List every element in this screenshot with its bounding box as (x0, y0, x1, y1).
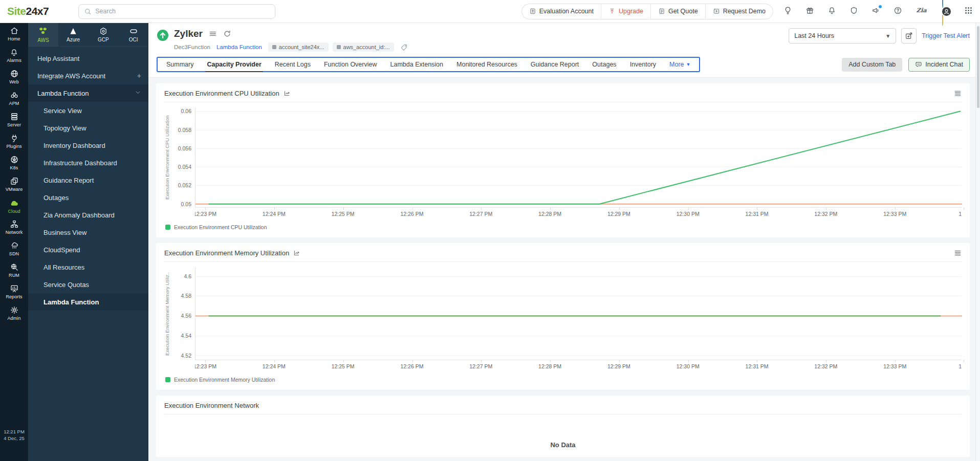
network-icon (10, 219, 19, 229)
sidebar-item-service-quotas[interactable]: Service Quotas (28, 276, 148, 293)
y-axis-ticks: 0.050.0520.0540.0560.0580.06 (172, 107, 195, 208)
memory-utilization-card: Execution Environment Memory Utilization… (156, 243, 970, 390)
tab-guidance-report[interactable]: Guidance Report (524, 58, 586, 71)
trigger-test-alert-link[interactable]: Trigger Test Alert (922, 32, 970, 39)
sidebar-item-all-resources[interactable]: All Resources (28, 258, 148, 276)
evaluation-account-button[interactable]: Evaluation Account (522, 4, 601, 19)
sidebar-item-business-view[interactable]: Business View (28, 224, 148, 241)
help-icon[interactable] (894, 6, 902, 17)
x-tick-label: 12:24 PM (263, 363, 286, 369)
chart-plot-area[interactable] (195, 267, 962, 360)
search-input[interactable] (95, 8, 270, 15)
chart-legend[interactable]: Execution Environment Memory Utilization (165, 377, 962, 383)
rail-clock: 12:21 PM4 Dec, 25 (0, 428, 28, 442)
legend-item[interactable]: Execution Environment CPU Utilization (165, 224, 267, 230)
tab-outages[interactable]: Outages (585, 58, 623, 71)
y-tick-label: 4.6 (184, 273, 191, 279)
vertical-scrollbar[interactable] (975, 23, 980, 461)
cloud-tab-gcp[interactable]: GCP (89, 23, 119, 46)
rail-item-reports[interactable]: Reports (0, 281, 28, 302)
rail-item-k8s[interactable]: K8s (0, 152, 28, 173)
cloud-tab-azure[interactable]: Azure (58, 23, 89, 46)
site24x7-logo[interactable]: Site24x7 (7, 5, 49, 17)
sidebar-item-lambda-function[interactable]: Lambda Function (28, 293, 148, 311)
rail-item-home[interactable]: Home (0, 23, 28, 45)
rail-item-alarms[interactable]: Alarms (0, 45, 28, 66)
gift-icon[interactable] (805, 6, 814, 17)
monitor-menu-icon[interactable] (209, 30, 217, 38)
x-tick-label: 12:31 PM (746, 211, 769, 217)
tab-inventory[interactable]: Inventory (623, 58, 663, 71)
rail-item-plugins[interactable]: Plugins (0, 130, 28, 152)
sidebar-item-lambda-function[interactable]: Lambda Function (28, 84, 148, 102)
rail-item-vmware[interactable]: VMware (0, 173, 28, 195)
rail-item-admin[interactable]: Admin (0, 302, 28, 324)
sidebar-item-inventory-dashboard[interactable]: Inventory Dashboard (28, 137, 148, 154)
avatar-icon[interactable] (942, 0, 951, 25)
tag-icon[interactable] (400, 43, 408, 51)
chart-plot-area[interactable] (195, 107, 962, 208)
chart-legend[interactable]: Execution Environment CPU Utilization (165, 224, 962, 230)
tab-summary[interactable]: Summary (160, 58, 200, 71)
chart-context-menu-icon[interactable] (954, 90, 962, 97)
lightbulb-icon[interactable] (783, 6, 792, 17)
tab-function-overview[interactable]: Function Overview (317, 58, 384, 71)
tag-chip[interactable]: account_site24x... (268, 42, 329, 52)
sidebar-item-outages[interactable]: Outages (28, 189, 148, 206)
sidebar-item-help-assistant[interactable]: Help Assistant (28, 50, 148, 67)
rail-item-apm[interactable]: APM (0, 87, 28, 109)
demo-icon (713, 8, 720, 15)
sidebar-item-service-view[interactable]: Service View (28, 102, 148, 119)
sidebar-item-guidance-report[interactable]: Guidance Report (28, 171, 148, 189)
upgrade-button[interactable]: Upgrade (601, 4, 650, 19)
zia-icon[interactable]: Zia (916, 6, 929, 17)
rail-item-cloud[interactable]: Cloud (0, 195, 28, 216)
cloud-tab-aws[interactable]: AWS (28, 23, 58, 46)
add-custom-tab-button[interactable]: Add Custom Tab (842, 58, 902, 72)
chart-context-menu-icon[interactable] (954, 249, 962, 257)
server-icon (10, 112, 19, 121)
trend-expand-icon[interactable] (284, 90, 290, 97)
rail-item-web[interactable]: Web (0, 66, 28, 87)
y-tick-label: 0.06 (181, 108, 191, 114)
vmware-icon (10, 177, 19, 186)
time-range-select[interactable]: Last 24 Hours▼ (789, 28, 896, 43)
rail-item-network[interactable]: Network (0, 216, 28, 238)
incident-chat-button[interactable]: Incident Chat (908, 58, 970, 72)
rail-item-server[interactable]: Server (0, 109, 28, 130)
status-up-icon (157, 29, 169, 52)
sidebar-item-integrate-aws-account[interactable]: Integrate AWS Account+ (28, 67, 148, 84)
refresh-icon[interactable] (223, 30, 231, 38)
y-axis-label: Execution Environment Memory Utiliz.. (164, 267, 172, 360)
cloud-tab-oci[interactable]: OCI (118, 23, 148, 46)
tab-monitored-resources[interactable]: Monitored Resources (450, 58, 524, 71)
tag-chip[interactable]: aws_account_id:... (333, 42, 394, 52)
rail-item-sdn[interactable]: SDN (0, 238, 28, 259)
tab-lambda-extension[interactable]: Lambda Extension (383, 58, 450, 71)
megaphone-icon[interactable] (872, 6, 880, 17)
shield-icon[interactable] (850, 6, 858, 17)
tab-more[interactable]: More▼ (663, 58, 697, 71)
get-quote-button[interactable]: Get Quote (650, 4, 705, 19)
trend-expand-icon[interactable] (293, 250, 300, 256)
plus-icon[interactable]: + (137, 72, 141, 80)
tab-recent-logs[interactable]: Recent Logs (268, 58, 317, 71)
chevron-down-icon: ▼ (885, 33, 890, 39)
rail-item-rum[interactable]: RUM (0, 259, 28, 281)
sidebar-item-zia-anomaly-dashboard[interactable]: Zia Anomaly Dashboard (28, 206, 148, 224)
x-tick-label: 12:27 PM (469, 211, 492, 217)
request-demo-button[interactable]: Request Demo (705, 4, 773, 19)
tab-capacity-provider[interactable]: Capacity Provider (200, 58, 268, 71)
scrollbar-thumb[interactable] (977, 26, 979, 108)
legend-item[interactable]: Execution Environment Memory Utilization (165, 377, 275, 383)
bell-icon[interactable] (827, 6, 836, 17)
global-search[interactable] (78, 4, 275, 19)
sidebar-item-infrastructure-dashboard[interactable]: Infrastructure Dashboard (28, 154, 148, 171)
sidebar-item-topology-view[interactable]: Topology View (28, 119, 148, 137)
apps-icon[interactable] (964, 6, 973, 17)
sidebar-item-cloudspend[interactable]: CloudSpend (28, 241, 148, 258)
y-tick-label: 0.054 (178, 164, 191, 170)
add-to-dashboard-button[interactable] (901, 28, 917, 43)
x-tick-label: 12:26 PM (400, 211, 423, 217)
monitor-type-link[interactable]: Lambda Function (216, 44, 262, 50)
